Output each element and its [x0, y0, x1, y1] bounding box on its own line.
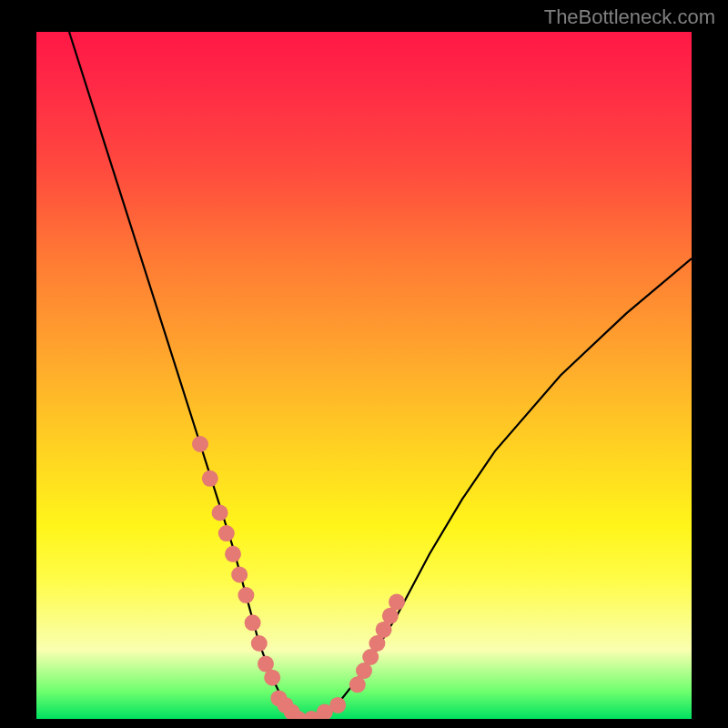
- highlight-marker: [245, 614, 261, 631]
- highlight-marker: [225, 546, 241, 562]
- highlight-marker: [192, 436, 208, 452]
- chart-plot-area: [36, 32, 692, 719]
- highlight-marker: [329, 697, 346, 713]
- highlight-marker: [264, 670, 280, 686]
- highlight-marker: [389, 594, 405, 611]
- highlight-marker: [231, 567, 248, 583]
- highlight-markers: [192, 436, 405, 719]
- highlight-marker: [202, 470, 218, 487]
- highlight-marker: [212, 505, 228, 521]
- watermark-text: TheBottleneck.com: [544, 5, 715, 29]
- highlight-marker: [238, 587, 254, 603]
- chart-curves-layer: [36, 32, 692, 719]
- bottleneck-curve: [69, 32, 692, 719]
- highlight-marker: [251, 635, 268, 652]
- highlight-marker: [218, 525, 235, 541]
